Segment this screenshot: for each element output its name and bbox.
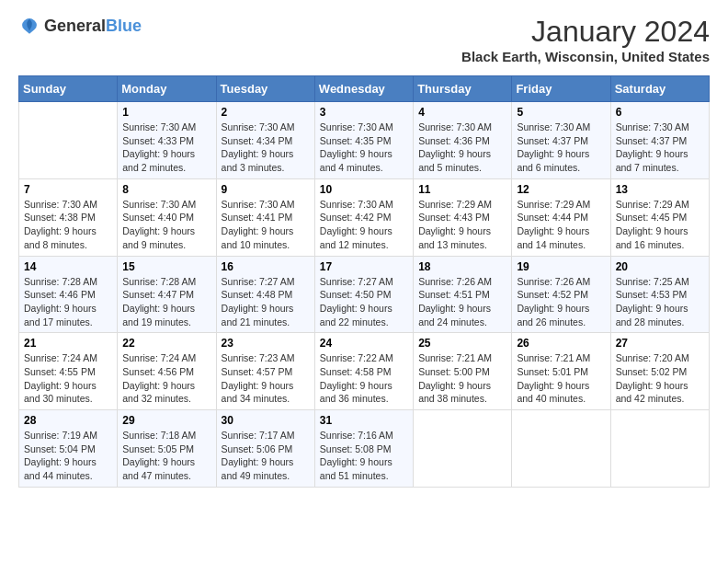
day-info: Sunrise: 7:25 AMSunset: 4:53 PMDaylight:… <box>616 275 704 329</box>
calendar-header-row: SundayMondayTuesdayWednesdayThursdayFrid… <box>19 76 710 102</box>
calendar-cell: 4Sunrise: 7:30 AMSunset: 4:36 PMDaylight… <box>414 102 512 179</box>
day-info: Sunrise: 7:21 AMSunset: 5:01 PMDaylight:… <box>517 351 605 406</box>
day-number: 20 <box>616 260 704 273</box>
day-info: Sunrise: 7:24 AMSunset: 4:56 PMDaylight:… <box>122 351 210 406</box>
day-info: Sunrise: 7:16 AMSunset: 5:08 PMDaylight:… <box>320 429 408 483</box>
calendar-cell: 23Sunrise: 7:23 AMSunset: 4:57 PMDayligh… <box>216 333 314 410</box>
calendar-week-row: 7Sunrise: 7:30 AMSunset: 4:38 PMDaylight… <box>19 178 710 256</box>
main-title: January 2024 <box>461 15 710 49</box>
day-info: Sunrise: 7:27 AMSunset: 4:48 PMDaylight:… <box>222 275 310 329</box>
day-number: 29 <box>122 414 210 427</box>
day-info: Sunrise: 7:21 AMSunset: 5:00 PMDaylight:… <box>418 351 506 406</box>
day-info: Sunrise: 7:23 AMSunset: 4:57 PMDaylight:… <box>222 351 310 406</box>
header-tuesday: Tuesday <box>216 76 314 102</box>
day-number: 16 <box>222 260 310 273</box>
calendar-cell: 26Sunrise: 7:21 AMSunset: 5:01 PMDayligh… <box>512 333 610 410</box>
calendar-cell: 16Sunrise: 7:27 AMSunset: 4:48 PMDayligh… <box>216 256 314 333</box>
header-thursday: Thursday <box>414 76 512 102</box>
logo-icon <box>18 15 40 37</box>
day-number: 22 <box>122 337 210 350</box>
calendar-cell: 2Sunrise: 7:30 AMSunset: 4:34 PMDaylight… <box>216 102 314 179</box>
header-saturday: Saturday <box>610 76 709 102</box>
day-number: 5 <box>517 106 605 119</box>
day-info: Sunrise: 7:28 AMSunset: 4:46 PMDaylight:… <box>24 275 112 329</box>
calendar-cell <box>414 410 512 488</box>
day-info: Sunrise: 7:27 AMSunset: 4:50 PMDaylight:… <box>320 275 408 329</box>
day-number: 25 <box>418 337 506 350</box>
day-info: Sunrise: 7:29 AMSunset: 4:43 PMDaylight:… <box>418 198 506 252</box>
day-number: 11 <box>418 183 506 196</box>
calendar-week-row: 21Sunrise: 7:24 AMSunset: 4:55 PMDayligh… <box>19 333 710 410</box>
header-sunday: Sunday <box>19 76 118 102</box>
header-monday: Monday <box>118 76 216 102</box>
day-number: 3 <box>320 106 408 119</box>
day-info: Sunrise: 7:30 AMSunset: 4:41 PMDaylight:… <box>222 198 310 252</box>
day-info: Sunrise: 7:30 AMSunset: 4:34 PMDaylight:… <box>222 121 310 175</box>
day-info: Sunrise: 7:24 AMSunset: 4:55 PMDaylight:… <box>24 351 112 406</box>
calendar-week-row: 1Sunrise: 7:30 AMSunset: 4:33 PMDaylight… <box>19 102 710 179</box>
day-number: 19 <box>517 260 605 273</box>
calendar-cell <box>19 102 118 179</box>
day-number: 30 <box>222 414 310 427</box>
calendar-cell <box>610 410 709 488</box>
calendar-cell: 18Sunrise: 7:26 AMSunset: 4:51 PMDayligh… <box>414 256 512 333</box>
calendar-cell: 8Sunrise: 7:30 AMSunset: 4:40 PMDaylight… <box>118 178 216 256</box>
header-friday: Friday <box>512 76 610 102</box>
calendar-cell: 11Sunrise: 7:29 AMSunset: 4:43 PMDayligh… <box>414 178 512 256</box>
day-number: 12 <box>517 183 605 196</box>
calendar-cell: 7Sunrise: 7:30 AMSunset: 4:38 PMDaylight… <box>19 178 118 256</box>
calendar-cell: 1Sunrise: 7:30 AMSunset: 4:33 PMDaylight… <box>118 102 216 179</box>
calendar-cell: 21Sunrise: 7:24 AMSunset: 4:55 PMDayligh… <box>19 333 118 410</box>
day-info: Sunrise: 7:30 AMSunset: 4:42 PMDaylight:… <box>320 198 408 252</box>
calendar-cell <box>512 410 610 488</box>
calendar-cell: 9Sunrise: 7:30 AMSunset: 4:41 PMDaylight… <box>216 178 314 256</box>
logo-general: General <box>44 17 106 35</box>
day-number: 24 <box>320 337 408 350</box>
calendar-cell: 13Sunrise: 7:29 AMSunset: 4:45 PMDayligh… <box>610 178 709 256</box>
day-info: Sunrise: 7:29 AMSunset: 4:45 PMDaylight:… <box>616 198 704 252</box>
day-info: Sunrise: 7:28 AMSunset: 4:47 PMDaylight:… <box>122 275 210 329</box>
day-number: 21 <box>24 337 112 350</box>
day-number: 28 <box>24 414 112 427</box>
day-number: 17 <box>320 260 408 273</box>
calendar-table: SundayMondayTuesdayWednesdayThursdayFrid… <box>18 75 710 488</box>
calendar-cell: 22Sunrise: 7:24 AMSunset: 4:56 PMDayligh… <box>118 333 216 410</box>
day-info: Sunrise: 7:30 AMSunset: 4:37 PMDaylight:… <box>616 121 704 175</box>
page-header: GeneralBlue January 2024 Black Earth, Wi… <box>18 15 710 64</box>
day-number: 8 <box>122 183 210 196</box>
calendar-cell: 24Sunrise: 7:22 AMSunset: 4:58 PMDayligh… <box>314 333 413 410</box>
day-info: Sunrise: 7:30 AMSunset: 4:36 PMDaylight:… <box>418 121 506 175</box>
calendar-cell: 30Sunrise: 7:17 AMSunset: 5:06 PMDayligh… <box>216 410 314 488</box>
logo-blue: Blue <box>106 17 142 35</box>
day-info: Sunrise: 7:30 AMSunset: 4:37 PMDaylight:… <box>517 121 605 175</box>
header-wednesday: Wednesday <box>314 76 413 102</box>
day-info: Sunrise: 7:30 AMSunset: 4:35 PMDaylight:… <box>320 121 408 175</box>
day-info: Sunrise: 7:17 AMSunset: 5:06 PMDaylight:… <box>222 429 310 483</box>
day-number: 9 <box>222 183 310 196</box>
calendar-week-row: 28Sunrise: 7:19 AMSunset: 5:04 PMDayligh… <box>19 410 710 488</box>
calendar-cell: 6Sunrise: 7:30 AMSunset: 4:37 PMDaylight… <box>610 102 709 179</box>
day-number: 23 <box>222 337 310 350</box>
calendar-cell: 28Sunrise: 7:19 AMSunset: 5:04 PMDayligh… <box>19 410 118 488</box>
day-number: 2 <box>222 106 310 119</box>
day-info: Sunrise: 7:20 AMSunset: 5:02 PMDaylight:… <box>616 351 704 406</box>
logo: GeneralBlue <box>18 15 142 37</box>
day-number: 13 <box>616 183 704 196</box>
day-info: Sunrise: 7:22 AMSunset: 4:58 PMDaylight:… <box>320 351 408 406</box>
calendar-cell: 31Sunrise: 7:16 AMSunset: 5:08 PMDayligh… <box>314 410 413 488</box>
day-info: Sunrise: 7:29 AMSunset: 4:44 PMDaylight:… <box>517 198 605 252</box>
calendar-cell: 19Sunrise: 7:26 AMSunset: 4:52 PMDayligh… <box>512 256 610 333</box>
calendar-cell: 5Sunrise: 7:30 AMSunset: 4:37 PMDaylight… <box>512 102 610 179</box>
subtitle: Black Earth, Wisconsin, United States <box>461 49 710 64</box>
day-number: 4 <box>418 106 506 119</box>
day-number: 31 <box>320 414 408 427</box>
calendar-cell: 12Sunrise: 7:29 AMSunset: 4:44 PMDayligh… <box>512 178 610 256</box>
day-number: 6 <box>616 106 704 119</box>
day-info: Sunrise: 7:18 AMSunset: 5:05 PMDaylight:… <box>122 429 210 483</box>
day-number: 27 <box>616 337 704 350</box>
day-number: 14 <box>24 260 112 273</box>
day-info: Sunrise: 7:26 AMSunset: 4:52 PMDaylight:… <box>517 275 605 329</box>
calendar-cell: 27Sunrise: 7:20 AMSunset: 5:02 PMDayligh… <box>610 333 709 410</box>
day-number: 18 <box>418 260 506 273</box>
calendar-cell: 15Sunrise: 7:28 AMSunset: 4:47 PMDayligh… <box>118 256 216 333</box>
